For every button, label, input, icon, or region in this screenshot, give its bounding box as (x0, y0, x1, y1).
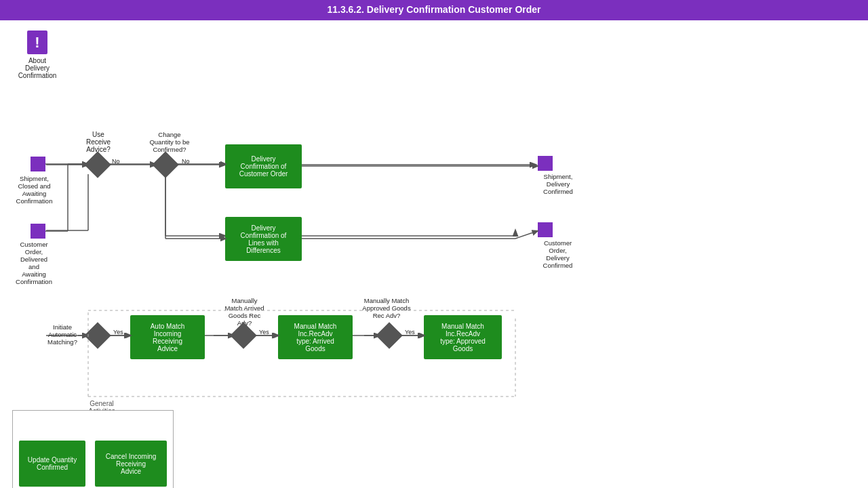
initiate-automatic-label: InitiateAutomaticMatching? (35, 323, 90, 346)
shipment-closed-label: Shipment,Closed andAwaitingConfirmation (5, 175, 63, 205)
svg-line-26 (515, 231, 537, 239)
shipment-delivery-confirmed-state (538, 156, 553, 171)
manual-match-arrived-box[interactable]: Manual MatchInc.RecAdvtype: ArrivedGoods (278, 315, 353, 359)
customer-order-confirmed-state (538, 222, 553, 237)
customer-order-delivered-state (31, 224, 45, 239)
shipment-closed-state (31, 157, 45, 171)
change-quantity-diamond (152, 151, 179, 178)
delivery-confirmation-lines-box[interactable]: DeliveryConfirmation ofLines withDiffere… (225, 217, 302, 261)
change-quantity-label: ChangeQuantity to beConfirmed? (142, 131, 197, 153)
no-label-2: No (182, 158, 190, 165)
manual-match-approved-box[interactable]: Manual MatchInc.RecAdvtype: ApprovedGood… (424, 315, 502, 359)
customer-order-delivered-label: CustomerOrder,DeliveredandAwaitingConfir… (3, 241, 64, 285)
page-title: 11.3.6.2. Delivery Confirmation Customer… (0, 0, 868, 20)
manually-match-approved-label: Manually MatchApproved GoodsRec Adv? (356, 297, 417, 319)
manually-match-arrived-label: ManuallyMatch ArrivedGoods RecAdv? (216, 297, 273, 327)
shipment-delivery-confirmed-label: Shipment,DeliveryConfirmed (528, 173, 589, 195)
exclamation-icon: ! (27, 30, 47, 54)
no-label-1: No (112, 158, 120, 165)
yes-label-1: Yes (113, 329, 123, 336)
manually-match-approved-diamond (376, 322, 403, 349)
use-receive-advice-diamond (84, 151, 111, 178)
yes-label-3: Yes (405, 329, 415, 336)
update-quantity-box[interactable]: Update QuantityConfirmed (19, 441, 85, 487)
about-label: AboutDeliveryConfirmation (18, 57, 57, 79)
about-delivery-confirmation: ! AboutDeliveryConfirmation (10, 30, 64, 79)
cancel-incoming-box[interactable]: Cancel IncomingReceivingAdvice (95, 441, 167, 487)
delivery-confirmation-customer-box[interactable]: DeliveryConfirmation ofCustomer Order (225, 144, 302, 188)
yes-label-2: Yes (259, 329, 269, 336)
customer-order-confirmed-label: CustomerOrder,DeliveryConfirmed (526, 239, 590, 269)
use-receive-advice-label: UseReceiveAdvice? (75, 131, 122, 153)
auto-match-box[interactable]: Auto MatchIncomingReceivingAdvice (130, 315, 205, 359)
